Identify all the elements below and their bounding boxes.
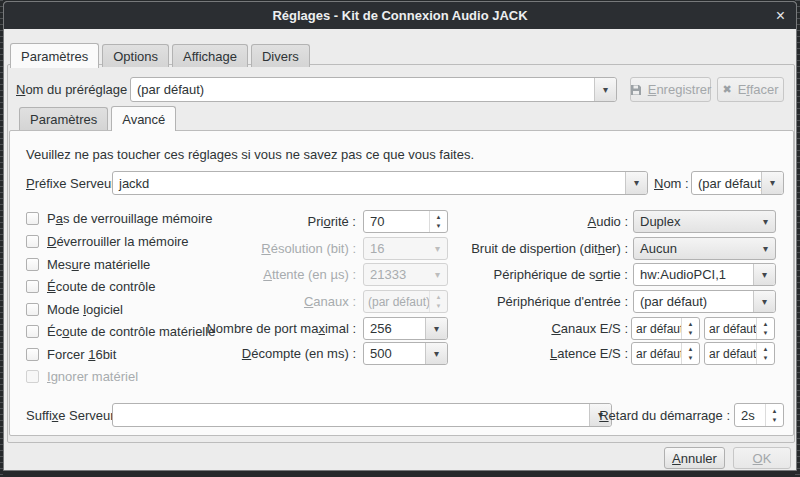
spin-up-icon[interactable]: ▲ (688, 321, 694, 327)
audio-combo[interactable]: Duplex ▾ (633, 210, 776, 233)
channels-label: Canaux : (101, 290, 356, 313)
spin-up-icon[interactable]: ▲ (688, 346, 694, 352)
chevron-down-icon[interactable]: ▾ (594, 78, 616, 101)
server-prefix-label: Préfixe Serveur : (26, 171, 123, 195)
settings-dialog-window: Réglages - Kit de Connexion Audio JACK ×… (3, 1, 797, 471)
server-prefix-combo[interactable]: jackd ▾ (112, 171, 648, 195)
start-delay-spinbox[interactable]: 2s ▲▼ (734, 403, 784, 427)
spin-down-icon[interactable]: ▼ (763, 330, 769, 336)
checkbox-icon (26, 348, 39, 361)
outer-tab-bar: Paramètres Options Affichage Divers (10, 43, 313, 67)
resolution-label: Résolution (bit) : (101, 237, 356, 260)
spin-down-icon[interactable]: ▼ (772, 417, 778, 423)
dither-combo[interactable]: Aucun ▾ (633, 237, 776, 260)
tab-options[interactable]: Options (102, 44, 169, 67)
save-preset-button: Enregistrer (630, 77, 711, 102)
titlebar[interactable]: Réglages - Kit de Connexion Audio JACK × (4, 2, 796, 29)
tab-divers[interactable]: Divers (251, 44, 310, 67)
tab-parametres[interactable]: Paramètres (10, 43, 99, 68)
checkbox-icon (26, 258, 39, 271)
checkbox-icon (26, 370, 39, 383)
server-suffix-combo[interactable]: ▾ (112, 403, 612, 427)
spin-up-icon[interactable]: ▲ (763, 321, 769, 327)
checkbox-icon (26, 212, 39, 225)
output-device-label: Périphérique de sortie : (431, 263, 628, 286)
server-suffix-label: Suffixe Serveur : (26, 403, 122, 427)
save-icon (630, 84, 642, 96)
spin-up-icon[interactable]: ▲ (763, 346, 769, 352)
start-delay-label: Retard du démarrage : (617, 403, 730, 427)
tab-affichage[interactable]: Affichage (172, 44, 248, 67)
server-name-combo[interactable]: (par défaut) ▾ (691, 171, 784, 195)
out-latency-spinbox[interactable]: ar défaut) ▲▼ (704, 342, 775, 365)
wait-label: Attente (en µs) : (101, 263, 356, 286)
warning-text: Veuillez ne pas toucher ces réglages si … (26, 144, 474, 164)
clear-preset-button: ✖ Effacer (717, 77, 784, 102)
io-latency-label: Latence E/S : (431, 342, 628, 365)
chevron-down-icon[interactable]: ▾ (753, 264, 775, 285)
checkbox-ignore-hw: Ignorer matériel (26, 365, 138, 387)
input-device-label: Périphérique d'entrée : (431, 290, 628, 313)
tab-inner-avance[interactable]: Avancé (111, 106, 176, 131)
spin-up-icon[interactable]: ▲ (772, 408, 778, 414)
max-ports-label: Nombre de port maximal : (101, 317, 356, 340)
checkbox-icon (26, 280, 39, 293)
spin-down-icon[interactable]: ▼ (763, 355, 769, 361)
dialog-content: Paramètres Options Affichage Divers Nom … (5, 30, 795, 469)
clear-icon: ✖ (722, 83, 731, 96)
audio-label: Audio : (431, 210, 628, 233)
checkbox-icon (26, 303, 39, 316)
spin-down-icon[interactable]: ▼ (688, 355, 694, 361)
dither-label: Bruit de dispertion (dither) : (431, 237, 628, 260)
server-name-label: Nom : (654, 171, 689, 195)
input-device-combo[interactable]: (par défaut) ▾ (633, 290, 776, 313)
timeout-label: Décompte (en ms) : (101, 342, 356, 365)
in-channels-spinbox[interactable]: ar défaut) ▲▼ (631, 317, 700, 340)
inner-tab-bar: Paramètres Avancé (19, 106, 179, 130)
spin-down-icon[interactable]: ▼ (688, 330, 694, 336)
checkbox-icon (26, 235, 39, 248)
tab-inner-parametres[interactable]: Paramètres (19, 107, 108, 130)
chevron-down-icon[interactable]: ▾ (625, 172, 647, 194)
close-icon[interactable]: × (776, 2, 785, 29)
window-title: Réglages - Kit de Connexion Audio JACK (272, 8, 527, 23)
chevron-down-icon[interactable]: ▾ (761, 172, 783, 194)
chevron-down-icon: ▾ (756, 217, 775, 227)
cancel-button[interactable]: Annuler (664, 447, 725, 469)
output-device-combo[interactable]: hw:AudioPCI,1 ▾ (633, 263, 776, 286)
chevron-down-icon[interactable]: ▾ (753, 291, 775, 312)
preset-name-label: Nom du préréglage : (16, 77, 135, 102)
chevron-down-icon: ▾ (756, 244, 775, 254)
checkbox-icon (26, 325, 39, 338)
in-latency-spinbox[interactable]: ar défaut) ▲▼ (631, 342, 700, 365)
preset-name-combo[interactable]: (par défaut) ▾ (130, 77, 617, 102)
out-channels-spinbox[interactable]: ar défaut) ▲▼ (704, 317, 775, 340)
ok-button: OK (733, 447, 791, 469)
io-channels-label: Canaux E/S : (431, 317, 628, 340)
priority-label: Priorité : (101, 210, 356, 233)
